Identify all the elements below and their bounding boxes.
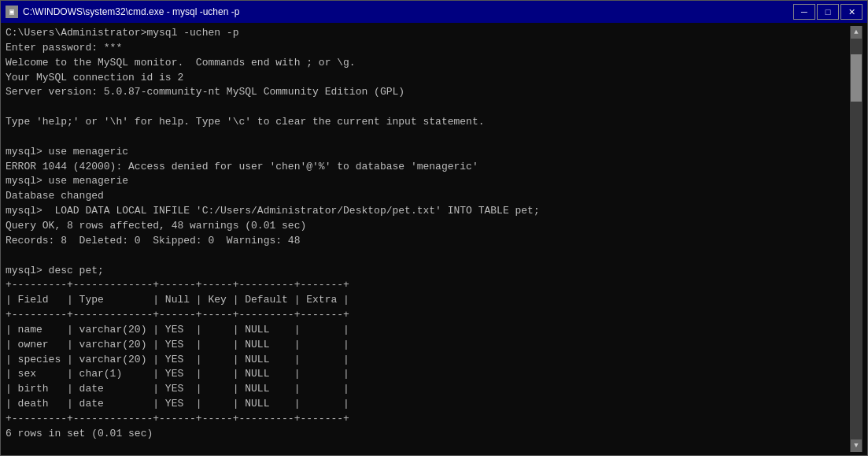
titlebar-left: ▣ C:\WINDOWS\system32\cmd.exe - mysql -u… (6, 6, 239, 18)
terminal-content: C:\Users\Administrator>mysql -uchen -p E… (6, 26, 850, 452)
terminal-body[interactable]: C:\Users\Administrator>mysql -uchen -p E… (1, 23, 867, 455)
window-title: C:\WINDOWS\system32\cmd.exe - mysql -uch… (23, 6, 239, 17)
close-button[interactable]: ✕ (840, 4, 862, 20)
scroll-up-arrow[interactable]: ▲ (851, 26, 862, 39)
cmd-window: ▣ C:\WINDOWS\system32\cmd.exe - mysql -u… (0, 0, 868, 456)
scroll-down-arrow[interactable]: ▼ (851, 439, 862, 452)
titlebar-buttons: ─ □ ✕ (793, 4, 862, 20)
scrollbar[interactable]: ▲ ▼ (850, 26, 862, 452)
restore-button[interactable]: □ (817, 4, 839, 20)
scroll-thumb[interactable] (851, 54, 862, 102)
titlebar: ▣ C:\WINDOWS\system32\cmd.exe - mysql -u… (1, 1, 867, 23)
window-icon: ▣ (6, 6, 18, 18)
minimize-button[interactable]: ─ (793, 4, 815, 20)
